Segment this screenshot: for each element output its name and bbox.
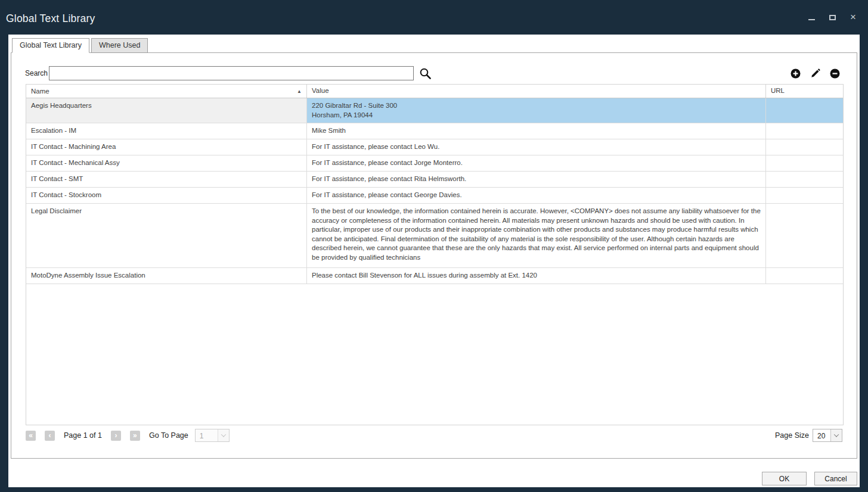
search-icon[interactable]: [419, 67, 432, 80]
search-label: Search: [25, 69, 48, 77]
goto-page-dropdown-button[interactable]: [218, 429, 229, 441]
table-row[interactable]: IT Contact - SMT For IT assistance, plea…: [26, 172, 843, 188]
last-page-button[interactable]: »: [130, 431, 140, 441]
add-icon[interactable]: [790, 68, 801, 79]
chevron-down-icon: [834, 432, 839, 437]
search-row: Search: [25, 66, 840, 80]
page-size-label: Page Size: [775, 431, 809, 440]
edit-icon[interactable]: [810, 68, 820, 79]
close-button[interactable]: ×: [849, 13, 857, 21]
page-size-select[interactable]: 20: [813, 429, 842, 442]
tab-strip: Global Text Library Where Used: [12, 38, 150, 53]
goto-page-select[interactable]: 1: [195, 429, 230, 442]
table-header: Name ▲ Value URL: [26, 85, 843, 98]
text-library-table: Name ▲ Value URL Aegis Headquarters 220 …: [26, 84, 844, 425]
pagination-bar: « ‹ Page 1 of 1 › » Go To Page 1 Page Si…: [26, 428, 842, 443]
column-header-url[interactable]: URL: [765, 85, 843, 98]
table-row[interactable]: MotoDyne Assembly Issue Escalation Pleas…: [26, 268, 843, 284]
goto-page-value: 1: [196, 429, 204, 441]
table-row[interactable]: Escalation - IM Mike Smith: [26, 123, 843, 139]
window-title: Global Text Library: [6, 13, 95, 25]
record-action-icons: [790, 68, 840, 79]
page-size-controls: Page Size 20: [775, 429, 842, 442]
remove-icon[interactable]: [830, 68, 840, 79]
column-header-name[interactable]: Name ▲: [26, 85, 306, 98]
minimize-icon: [808, 19, 815, 20]
prev-page-button[interactable]: ‹: [45, 431, 55, 441]
dialog-footer: OK Cancel: [762, 472, 857, 485]
page-size-value: 20: [813, 429, 825, 441]
sort-ascending-icon: ▲: [297, 89, 302, 94]
first-page-button[interactable]: «: [26, 431, 36, 441]
close-icon: ×: [850, 13, 856, 21]
table-row[interactable]: IT Contact - Stockroom For IT assistance…: [26, 188, 843, 204]
next-page-button[interactable]: ›: [111, 431, 121, 441]
window-controls: ×: [807, 0, 857, 35]
table-row[interactable]: IT Contact - Mechanical Assy For IT assi…: [26, 155, 843, 172]
tab-global-text-library[interactable]: Global Text Library: [12, 38, 89, 53]
chevron-down-icon: [221, 432, 226, 437]
cancel-button[interactable]: Cancel: [814, 472, 857, 485]
goto-page-label: Go To Page: [149, 431, 188, 440]
tab-where-used[interactable]: Where Used: [91, 38, 148, 53]
dialog-content: Global Text Library Where Used Search: [8, 35, 860, 487]
maximize-button[interactable]: [828, 13, 836, 21]
pagination-controls: « ‹ Page 1 of 1 › » Go To Page 1: [26, 429, 230, 442]
minimize-button[interactable]: [807, 13, 816, 21]
global-text-library-window: Global Text Library × Global Text Librar…: [0, 0, 868, 492]
page-status: Page 1 of 1: [64, 431, 102, 440]
table-row[interactable]: Legal Disclaimer To the best of our know…: [26, 204, 843, 268]
column-header-value[interactable]: Value: [306, 85, 765, 98]
maximize-icon: [829, 15, 836, 20]
table-row[interactable]: IT Contact - Machining Area For IT assis…: [26, 139, 843, 155]
titlebar: Global Text Library ×: [0, 0, 868, 35]
tab-page: Search: [11, 52, 857, 459]
ok-button[interactable]: OK: [762, 472, 807, 485]
table-row[interactable]: Aegis Headquarters 220 Gibraltar Rd - Su…: [26, 98, 843, 123]
search-input[interactable]: [49, 66, 414, 80]
page-size-dropdown-button[interactable]: [830, 429, 842, 441]
